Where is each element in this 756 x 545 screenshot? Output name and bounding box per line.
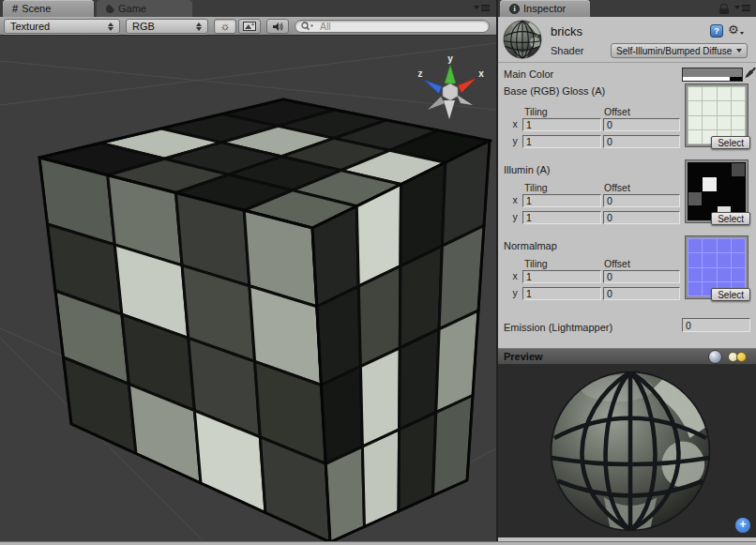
main-color-label: Main Color [504,68,553,80]
lighting-toggle-button[interactable]: ☼ [214,19,236,34]
tab-scene[interactable]: # Scene [3,0,94,17]
status-strip [0,541,756,545]
axis-z-cone [424,80,442,94]
texture-section-base: Base (RGB) Gloss (A) Tiling Offset x y S… [504,84,750,152]
x-label: x [511,270,519,281]
scene-panel: # Scene Game Textured RGB ☼ [0,0,497,541]
axis-x-label: x [478,68,484,79]
axis-cone-back [457,95,473,105]
shader-value: Self-Illumin/Bumped Diffuse [616,46,733,56]
offset-x-input[interactable] [603,270,680,283]
texture-section-normalmap: Normalmap Tiling Offset x y Select [504,236,750,304]
game-icon [106,5,114,13]
updown-icon [196,23,202,31]
search-icon [301,22,314,31]
axis-cone-back [428,97,445,110]
preview-title: Preview [504,351,708,362]
inspector-panel: i Inspector bricks Shader Self-Illumin/B… [498,0,756,541]
material-sphere-thumbnail[interactable] [503,20,542,59]
tiling-y-input[interactable] [522,211,601,224]
search-input[interactable] [318,20,483,33]
lock-icon[interactable] [719,4,729,14]
map-label: Base (RGB) Gloss (A) [504,85,605,97]
audio-toggle-button[interactable] [266,19,289,34]
plus-icon[interactable]: + [735,518,750,533]
help-icon[interactable]: ? [710,24,723,38]
shader-label: Shader [551,45,583,56]
tiling-x-input[interactable] [522,194,601,207]
color-mode-dropdown[interactable]: RGB [126,19,208,34]
separator [498,62,756,63]
axis-y-cone [445,65,456,83]
offset-x-input[interactable] [603,118,680,131]
offset-x-input[interactable] [603,194,680,207]
select-button[interactable]: Select [711,212,750,225]
scene-tabbar: # Scene Game [0,0,497,17]
tab-inspector-label: Inspector [523,3,566,14]
offset-header: Offset [604,258,630,269]
render-mode-button[interactable] [238,19,261,34]
select-button[interactable]: Select [711,136,750,149]
inspector-menu-icon[interactable] [734,5,750,11]
tiling-y-input[interactable] [522,287,601,300]
info-icon: i [509,4,520,14]
tiling-header: Tiling [524,258,548,269]
axis-gizmo[interactable]: y x z [413,52,488,125]
preview-area[interactable]: + [498,365,756,537]
tab-scene-label: Scene [22,3,51,14]
x-label: x [511,118,519,129]
scene-toolbar: Textured RGB ☼ [0,17,497,36]
tiling-x-input[interactable] [522,270,601,283]
inspector-tabbar: i Inspector [498,0,756,17]
material-name: bricks [551,24,582,38]
preview-sphere-icon[interactable] [708,350,722,364]
offset-header: Offset [604,106,630,117]
inspector-content: bricks Shader Self-Illumin/Bumped Diffus… [498,17,756,537]
y-label: y [511,135,519,146]
offset-y-input[interactable] [603,211,680,224]
map-label: Normalmap [504,240,557,251]
draw-mode-dropdown[interactable]: Textured [4,19,120,34]
tiling-header: Tiling [524,182,548,193]
gizmo-hub [443,83,458,100]
chevron-down-icon [736,49,742,53]
map-label: Illumin (A) [504,164,551,175]
sun-icon: ☼ [220,21,231,32]
image-icon [243,22,256,31]
tab-game-label: Game [118,3,146,14]
emission-label: Emission (Lightmapper) [504,322,612,333]
search-field[interactable] [295,20,490,33]
gear-icon[interactable]: ⚙ [728,23,744,37]
preview-header[interactable]: Preview [498,348,756,365]
preview-lights-icon[interactable] [728,351,750,363]
draw-mode-label: Textured [10,21,102,32]
emission-input[interactable] [682,318,750,332]
select-button[interactable]: Select [711,288,750,301]
axis-cone-down [444,100,455,119]
color-mode-label: RGB [132,21,190,32]
tab-game[interactable]: Game [97,0,192,17]
tab-inspector[interactable]: i Inspector [500,0,590,17]
audio-icon [272,22,284,32]
grid-icon: # [12,3,18,14]
x-label: x [511,194,519,205]
tiling-x-input[interactable] [522,118,601,131]
y-label: y [511,287,519,298]
updown-icon [108,23,113,31]
axis-y-label: y [447,53,453,64]
axis-z-label: z [418,68,423,79]
texture-section-illumin: Illumin (A) Tiling Offset x y Select [504,160,750,228]
tiling-y-input[interactable] [522,135,601,148]
offset-y-input[interactable] [603,135,680,148]
preview-sphere [548,369,713,534]
panel-menu-icon[interactable] [474,5,490,11]
shader-dropdown[interactable]: Self-Illumin/Bumped Diffuse [611,43,748,58]
tiling-header: Tiling [524,106,548,117]
offset-y-input[interactable] [603,287,680,300]
offset-header: Offset [604,182,630,193]
main-color-swatch[interactable] [682,68,743,82]
scene-viewport[interactable]: y x z [0,36,496,541]
y-label: y [511,211,519,222]
axis-x-cone [458,78,476,93]
eyedropper-icon[interactable] [744,66,756,79]
